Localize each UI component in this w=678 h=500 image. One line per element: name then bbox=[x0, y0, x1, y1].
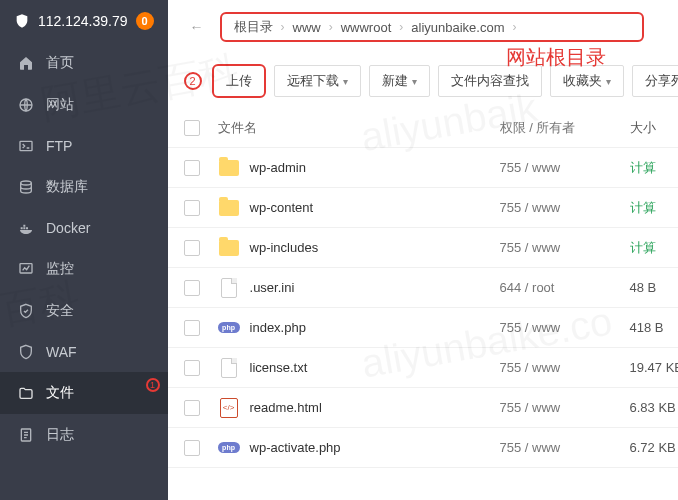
file-size[interactable]: 计算 bbox=[630, 159, 678, 177]
table-row[interactable]: phpwp-activate.php755 / www6.72 KB bbox=[168, 428, 678, 468]
file-name: wp-admin bbox=[250, 160, 306, 175]
table-row[interactable]: readme.html755 / www6.83 KB bbox=[168, 388, 678, 428]
table-row[interactable]: wp-admin755 / www计算 bbox=[168, 148, 678, 188]
col-size[interactable]: 大小 bbox=[630, 119, 678, 137]
nav-label: 数据库 bbox=[46, 178, 88, 196]
sidebar-item-0[interactable]: 首页 bbox=[0, 42, 168, 84]
share-list-button[interactable]: 分享列表 bbox=[632, 65, 678, 97]
sidebar-item-6[interactable]: 安全 bbox=[0, 290, 168, 332]
col-name[interactable]: 文件名 bbox=[218, 119, 500, 137]
row-checkbox[interactable] bbox=[184, 320, 200, 336]
row-checkbox[interactable] bbox=[184, 280, 200, 296]
nav-menu: 首页网站FTP数据库Docker监控安全WAF文件1日志 bbox=[0, 42, 168, 456]
server-ip: 112.124.39.79 bbox=[38, 13, 128, 29]
sidebar-item-4[interactable]: Docker bbox=[0, 208, 168, 248]
sidebar-item-2[interactable]: FTP bbox=[0, 126, 168, 166]
nav-label: FTP bbox=[46, 138, 72, 154]
sidebar-item-5[interactable]: 监控 bbox=[0, 248, 168, 290]
chevron-right-icon: › bbox=[275, 20, 291, 34]
row-checkbox[interactable] bbox=[184, 360, 200, 376]
table-header: 文件名 权限 / 所有者 大小 bbox=[168, 108, 678, 148]
sidebar-item-9[interactable]: 日志 bbox=[0, 414, 168, 456]
file-size: 418 B bbox=[630, 320, 678, 335]
nav-label: 安全 bbox=[46, 302, 74, 320]
nav-label: 监控 bbox=[46, 260, 74, 278]
nav-label: 首页 bbox=[46, 54, 74, 72]
upload-button[interactable]: 上传 bbox=[212, 64, 266, 98]
nav-label: 文件 bbox=[46, 384, 74, 402]
nav-icon bbox=[18, 261, 34, 277]
sidebar-item-1[interactable]: 网站 bbox=[0, 84, 168, 126]
file-size[interactable]: 计算 bbox=[630, 199, 678, 217]
file-name: wp-includes bbox=[250, 240, 319, 255]
breadcrumb-back-icon[interactable]: ← bbox=[184, 14, 210, 40]
table-body: wp-admin755 / www计算wp-content755 / www计算… bbox=[168, 148, 678, 468]
col-permissions[interactable]: 权限 / 所有者 bbox=[500, 119, 630, 137]
file-size: 6.83 KB bbox=[630, 400, 678, 415]
nav-label: WAF bbox=[46, 344, 77, 360]
file-permissions: 755 / www bbox=[500, 400, 630, 415]
file-permissions: 755 / www bbox=[500, 160, 630, 175]
file-name: wp-content bbox=[250, 200, 314, 215]
file-permissions: 755 / www bbox=[500, 200, 630, 215]
row-checkbox[interactable] bbox=[184, 160, 200, 176]
file-size: 19.47 KB bbox=[630, 360, 678, 375]
table-row[interactable]: wp-content755 / www计算 bbox=[168, 188, 678, 228]
file-icon: php bbox=[218, 437, 240, 459]
nav-label: 网站 bbox=[46, 96, 74, 114]
sidebar: 112.124.39.79 0 首页网站FTP数据库Docker监控安全WAF文… bbox=[0, 0, 168, 500]
file-permissions: 755 / www bbox=[500, 360, 630, 375]
file-icon bbox=[218, 357, 240, 379]
sidebar-item-7[interactable]: WAF bbox=[0, 332, 168, 372]
row-checkbox[interactable] bbox=[184, 400, 200, 416]
chevron-down-icon: ▾ bbox=[412, 76, 417, 87]
table-row[interactable]: phpindex.php755 / www418 B bbox=[168, 308, 678, 348]
nav-icon bbox=[18, 385, 34, 401]
breadcrumb: 根目录›www›wwwroot›aliyunbaike.com› bbox=[220, 12, 644, 42]
folder-icon bbox=[218, 157, 240, 179]
notification-badge[interactable]: 0 bbox=[136, 12, 154, 30]
nav-icon bbox=[18, 179, 34, 195]
breadcrumb-item[interactable]: wwwroot bbox=[339, 20, 394, 35]
chevron-right-icon: › bbox=[507, 20, 523, 34]
row-checkbox[interactable] bbox=[184, 440, 200, 456]
nav-label: 日志 bbox=[46, 426, 74, 444]
chevron-down-icon: ▾ bbox=[606, 76, 611, 87]
table-row[interactable]: .user.ini644 / root48 B bbox=[168, 268, 678, 308]
select-all-checkbox[interactable] bbox=[184, 120, 200, 136]
file-permissions: 755 / www bbox=[500, 240, 630, 255]
nav-icon bbox=[18, 427, 34, 443]
chevron-right-icon: › bbox=[393, 20, 409, 34]
file-size: 48 B bbox=[630, 280, 678, 295]
remote-download-button[interactable]: 远程下载▾ bbox=[274, 65, 361, 97]
file-name: license.txt bbox=[250, 360, 308, 375]
main-panel: 阿里云百科 aliyunbaik 云百科 aliyunbaike.co ← 根目… bbox=[168, 0, 678, 500]
svg-rect-1 bbox=[20, 141, 32, 150]
nav-icon bbox=[18, 55, 34, 71]
file-permissions: 755 / www bbox=[500, 320, 630, 335]
breadcrumb-item[interactable]: www bbox=[291, 20, 323, 35]
annotation-marker-2: 2 bbox=[184, 72, 202, 90]
nav-icon bbox=[18, 344, 34, 360]
new-button[interactable]: 新建▾ bbox=[369, 65, 430, 97]
file-size: 6.72 KB bbox=[630, 440, 678, 455]
nav-icon bbox=[18, 97, 34, 113]
file-name: .user.ini bbox=[250, 280, 295, 295]
sidebar-item-8[interactable]: 文件1 bbox=[0, 372, 168, 414]
row-checkbox[interactable] bbox=[184, 240, 200, 256]
table-row[interactable]: wp-includes755 / www计算 bbox=[168, 228, 678, 268]
shield-icon bbox=[14, 13, 30, 29]
file-permissions: 755 / www bbox=[500, 440, 630, 455]
file-icon bbox=[218, 277, 240, 299]
sidebar-item-3[interactable]: 数据库 bbox=[0, 166, 168, 208]
nav-icon bbox=[18, 138, 34, 154]
folder-icon bbox=[218, 197, 240, 219]
svg-point-2 bbox=[21, 181, 32, 185]
breadcrumb-item[interactable]: 根目录 bbox=[232, 18, 275, 36]
breadcrumb-item[interactable]: aliyunbaike.com bbox=[409, 20, 506, 35]
file-size[interactable]: 计算 bbox=[630, 239, 678, 257]
folder-icon bbox=[218, 237, 240, 259]
row-checkbox[interactable] bbox=[184, 200, 200, 216]
file-icon: php bbox=[218, 317, 240, 339]
table-row[interactable]: license.txt755 / www19.47 KB bbox=[168, 348, 678, 388]
